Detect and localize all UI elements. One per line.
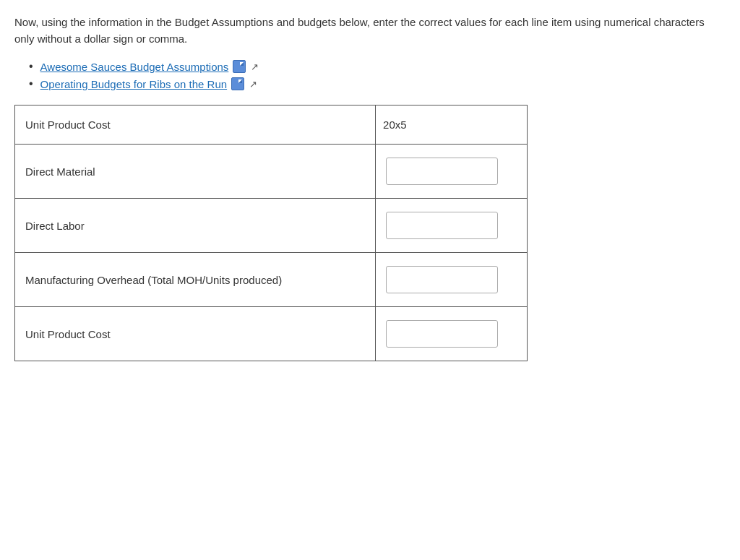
awesome-sauces-link[interactable]: Awesome Sauces Budget Assumptions (40, 61, 229, 73)
doc-icon-2[interactable] (231, 77, 244, 90)
row-label-3: Manufacturing Overhead (Total MOH/Units … (15, 253, 376, 307)
table-row: Unit Product Cost 20x5 (15, 105, 528, 145)
row-input-cell-2 (376, 199, 528, 253)
direct-material-input[interactable] (386, 158, 498, 185)
manufacturing-overhead-input[interactable] (386, 266, 498, 293)
links-list: Awesome Sauces Budget Assumptions ↗ Oper… (29, 60, 726, 90)
direct-labor-input[interactable] (386, 212, 498, 239)
row-value-0: 20x5 (376, 105, 528, 145)
row-input-cell-4 (376, 307, 528, 361)
doc-icon-1[interactable] (233, 60, 246, 73)
table-row: Manufacturing Overhead (Total MOH/Units … (15, 253, 528, 307)
budget-table: Unit Product Cost 20x5 Direct Material D… (14, 105, 528, 361)
row-label-2: Direct Labor (15, 199, 376, 253)
link-item-2: Operating Budgets for Ribs on the Run ↗ (29, 77, 726, 90)
row-label-4: Unit Product Cost (15, 307, 376, 361)
link-item-1: Awesome Sauces Budget Assumptions ↗ (29, 60, 726, 73)
row-label-0: Unit Product Cost (15, 105, 376, 145)
instructions-text: Now, using the information in the Budget… (14, 14, 708, 47)
row-label-1: Direct Material (15, 145, 376, 199)
row-input-cell-3 (376, 253, 528, 307)
row-input-cell-1 (376, 145, 528, 199)
table-row: Unit Product Cost (15, 307, 528, 361)
external-link-icon-2[interactable]: ↗ (249, 79, 259, 89)
table-row: Direct Labor (15, 199, 528, 253)
table-row: Direct Material (15, 145, 528, 199)
unit-product-cost-input[interactable] (386, 320, 498, 348)
external-link-icon-1[interactable]: ↗ (251, 61, 261, 72)
operating-budgets-link[interactable]: Operating Budgets for Ribs on the Run (40, 78, 228, 90)
